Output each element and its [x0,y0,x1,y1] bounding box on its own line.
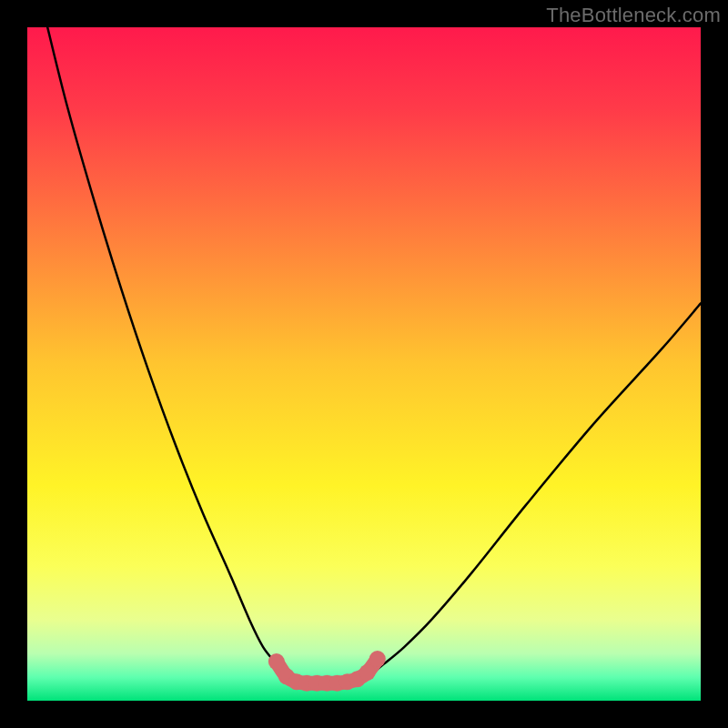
plot-area [27,27,701,701]
series-right-curve [358,303,701,679]
curves-layer [27,27,701,701]
watermark-text: TheBottleneck.com [546,4,721,27]
marker-bottom-marker-band-9 [359,664,376,681]
series-left-curve [47,27,297,679]
marker-bottom-marker-band-10 [369,651,386,667]
marker-bottom-marker-band-0 [268,653,285,670]
chart-frame: TheBottleneck.com [0,0,728,728]
